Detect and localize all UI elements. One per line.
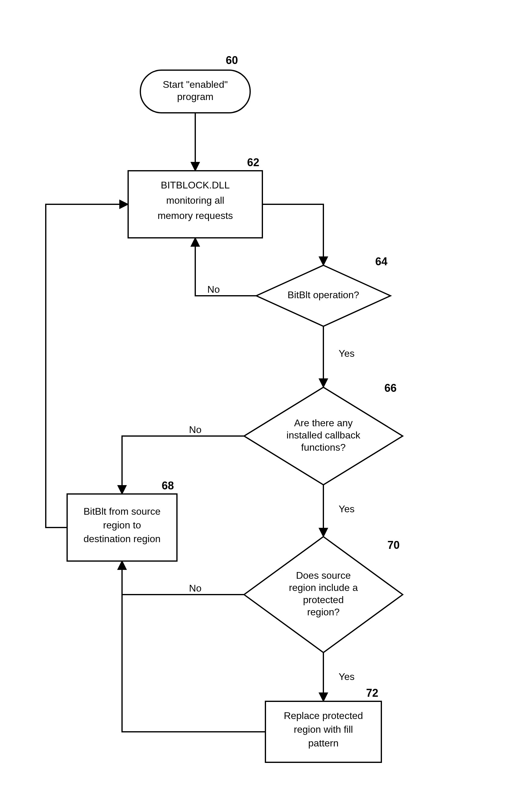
node-protected-line1: Does source: [296, 570, 351, 581]
node-replace-line3: pattern: [308, 738, 339, 749]
node-bitblt-op: BitBlt operation? 64: [256, 255, 390, 326]
label-64-no: No: [208, 284, 220, 295]
node-start-line2: program: [177, 91, 213, 102]
node-callbacks: Are there any installed callback functio…: [244, 382, 403, 485]
edge-64-no-62: [195, 238, 256, 296]
label-66-yes: Yes: [339, 504, 355, 514]
label-64-yes: Yes: [339, 348, 355, 359]
node-monitor-line3: memory requests: [157, 210, 233, 221]
node-protected-line2: region include a: [289, 582, 358, 593]
node-bitblt-copy-line3: destination region: [84, 533, 161, 544]
label-66-no: No: [189, 424, 202, 435]
node-callbacks-line2: installed callback: [286, 430, 361, 440]
node-monitor-line1: BITBLOCK.DLL: [161, 179, 230, 191]
node-start: Start "enabled" program 60: [140, 54, 250, 113]
node-protected: Does source region include a protected r…: [244, 537, 403, 653]
node-start-line1: Start "enabled": [162, 79, 228, 90]
edge-70-no-68: [122, 561, 244, 595]
label-70-no: No: [189, 583, 202, 594]
node-bitblt-copy-line2: region to: [103, 520, 141, 531]
node-protected-line4: region?: [307, 607, 340, 618]
label-70-yes: Yes: [339, 671, 355, 682]
node-bitblt-op-line1: BitBlt operation?: [288, 289, 359, 300]
node-start-ref: 60: [226, 54, 238, 67]
node-bitblt-op-ref: 64: [375, 255, 387, 268]
flowchart: Start "enabled" program 60 BITBLOCK.DLL …: [0, 0, 529, 812]
node-callbacks-line1: Are there any: [294, 418, 353, 429]
node-bitblt-copy-ref: 68: [162, 479, 174, 492]
node-monitor-line2: monitoring all: [166, 195, 224, 206]
node-replace-line2: region with fill: [294, 724, 353, 735]
edge-66-no-68: [122, 436, 244, 494]
node-replace-ref: 72: [366, 687, 378, 699]
node-callbacks-ref: 66: [384, 382, 397, 394]
node-protected-line3: protected: [303, 594, 344, 605]
node-monitor-ref: 62: [247, 156, 259, 169]
node-protected-ref: 70: [387, 539, 400, 551]
edge-68-62: [46, 204, 128, 527]
node-callbacks-line3: functions?: [301, 442, 346, 453]
edge-62-64: [262, 204, 324, 265]
node-bitblt-copy-line1: BitBlt from source: [84, 506, 161, 517]
node-replace-line1: Replace protected: [284, 710, 363, 721]
